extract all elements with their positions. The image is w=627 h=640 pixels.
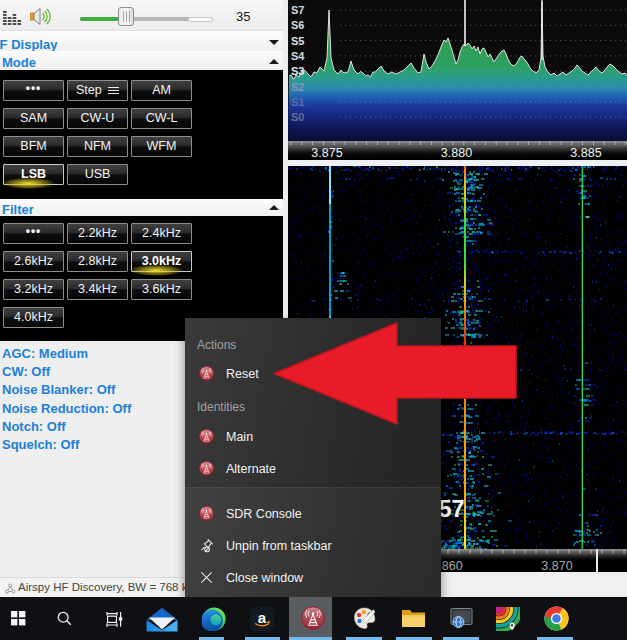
- svg-text:S1: S1: [291, 96, 304, 108]
- svg-text:3.875: 3.875: [311, 146, 342, 160]
- svg-text:S0: S0: [291, 111, 304, 123]
- svg-text:3.880: 3.880: [441, 146, 472, 160]
- svg-text:S4: S4: [291, 50, 305, 62]
- svg-text:S6: S6: [291, 19, 304, 31]
- svg-text:S7: S7: [291, 4, 304, 16]
- svg-text:S5: S5: [291, 35, 304, 47]
- svg-text:S2: S2: [291, 81, 304, 93]
- svg-text:3.885: 3.885: [570, 146, 601, 160]
- svg-text:S3: S3: [291, 65, 304, 77]
- svg-text:57: 57: [439, 496, 465, 522]
- svg-text:a: a: [258, 609, 267, 626]
- svg-text:3.870: 3.870: [541, 559, 572, 572]
